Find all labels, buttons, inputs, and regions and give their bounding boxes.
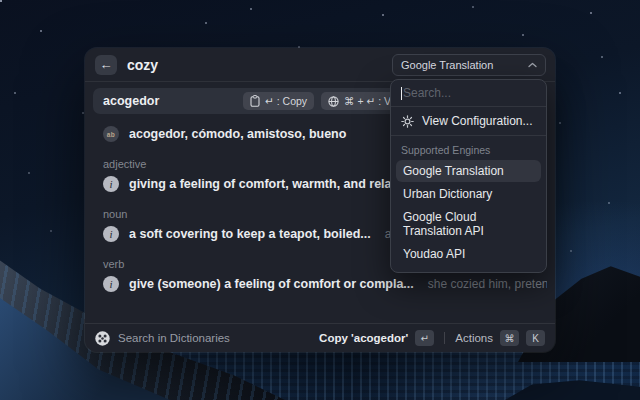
clipboard-icon (250, 95, 260, 107)
definition-text: a soft covering to keep a teapot, boiled… (129, 227, 371, 241)
definition-text: giving a feeling of comfort, warmth, and… (129, 177, 432, 191)
dictionaries-app-icon (95, 331, 110, 346)
info-icon: i (103, 176, 119, 192)
engine-item-urban-dictionary[interactable]: Urban Dictionary (396, 183, 541, 205)
engine-item-google-translation[interactable]: Google Translation (396, 160, 541, 182)
action-bar: Search in Dictionaries Copy 'acogedor' ↵… (85, 323, 555, 352)
engine-select-value: Google Translation (401, 59, 493, 71)
engine-dropdown-panel: View Configuration... Supported Engines … (390, 79, 547, 273)
dropdown-search-input[interactable] (403, 86, 536, 100)
supported-engines-header: Supported Engines (391, 136, 546, 159)
copy-shortcut-badge[interactable]: ↵ : Copy (243, 92, 314, 110)
info-icon: i (103, 276, 119, 292)
result-title: acogedor (103, 94, 159, 108)
definition-row-verb[interactable]: i give (someone) a feeling of comfort or… (93, 272, 547, 296)
translate-icon: ab (103, 126, 119, 142)
search-query[interactable]: cozy (127, 57, 158, 73)
stars (0, 0, 2, 2)
definition-text: give (someone) a feeling of comfort or c… (129, 277, 414, 291)
footer-right: Copy 'acogedor' ↵ Actions ⌘ K (319, 330, 545, 346)
definition-example: she cozied him, pretending to find him i… (428, 277, 547, 291)
engine-item-youdao-api[interactable]: Youdao API (396, 243, 541, 265)
globe-icon (328, 96, 339, 107)
k-key-badge: K (526, 330, 545, 346)
back-arrow-icon: ← (100, 58, 113, 71)
view-configuration-item[interactable]: View Configuration... (391, 107, 546, 135)
return-key-badge: ↵ (415, 330, 434, 346)
copy-shortcut-label: ↵ : Copy (265, 95, 307, 107)
info-icon: i (103, 226, 119, 242)
view-configuration-label: View Configuration... (422, 114, 533, 128)
primary-action-label[interactable]: Copy 'acogedor' (319, 332, 408, 344)
footer-left[interactable]: Search in Dictionaries (95, 331, 230, 346)
top-bar: ← cozy Google Translation (85, 48, 555, 82)
engine-list: Google Translation Urban Dictionary Goog… (391, 159, 546, 272)
engine-select-dropdown-button[interactable]: Google Translation (392, 54, 546, 76)
footer-left-label: Search in Dictionaries (118, 332, 230, 344)
translation-text: acogedor, cómodo, amistoso, bueno (129, 127, 346, 141)
footer-divider (444, 332, 445, 344)
text-cursor (401, 87, 402, 100)
cmd-key-badge: ⌘ (500, 330, 519, 346)
gear-icon (401, 115, 414, 128)
dropdown-search[interactable] (391, 80, 546, 106)
launcher-window: ← cozy Google Translation acogedor ↵ : C… (85, 48, 555, 352)
chevron-up-icon (528, 62, 537, 68)
back-button[interactable]: ← (95, 55, 117, 75)
actions-menu-label[interactable]: Actions (455, 332, 493, 344)
engine-item-google-cloud-translation-api[interactable]: Google Cloud Translation API (396, 206, 541, 242)
